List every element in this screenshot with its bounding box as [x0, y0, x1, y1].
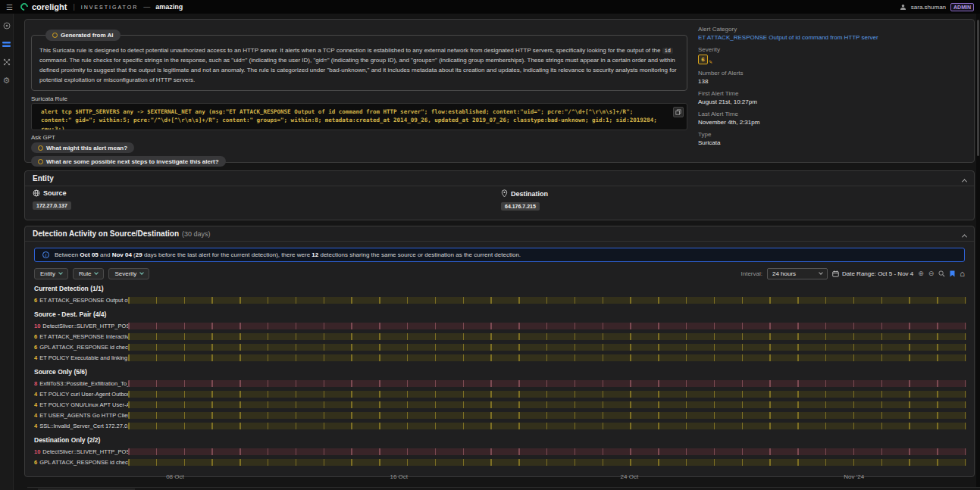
- timeline-bar[interactable]: [128, 323, 966, 329]
- timeline-bar[interactable]: [128, 380, 966, 387]
- timeline-bar[interactable]: [128, 448, 966, 455]
- field-label: First Alert Time: [698, 90, 968, 97]
- group-header: Source Only (5/6): [34, 368, 966, 376]
- source-label: Source: [43, 189, 67, 197]
- severity-filter-dropdown[interactable]: Severity: [108, 268, 149, 279]
- group-header: Destination Only (2/2): [34, 436, 966, 444]
- generated-from-ai-badge: Generated from AI: [45, 30, 121, 41]
- alerts-icon[interactable]: [2, 39, 11, 48]
- collapse-chevron-icon[interactable]: [963, 172, 966, 186]
- detection-row: 4SSL::Invalid_Server_Cert 172.27.0.137 .…: [34, 421, 966, 431]
- left-nav-sidebar: ⚙: [0, 14, 14, 490]
- scrollbar-thumb[interactable]: [977, 20, 979, 156]
- detection-name[interactable]: ET ATTACK_RESPONSE Interactive Rever...: [39, 333, 128, 340]
- detection-name[interactable]: ExfilToS3::Possible_Exfiltration_To_A...: [39, 380, 128, 387]
- detection-name[interactable]: GPL ATTACK_RESPONSE id check return...: [39, 344, 128, 351]
- detection-name[interactable]: DetectSliver::SLIVER_HTTP_POST Sour...: [42, 323, 128, 329]
- product-name: INVESTIGATOR: [81, 5, 138, 10]
- interval-label: Interval:: [741, 270, 762, 277]
- severity-number: 10: [34, 448, 40, 455]
- hamburger-menu-icon[interactable]: ☰: [6, 3, 13, 11]
- gpt-question-label: What might this alert mean?: [46, 145, 127, 151]
- detection-row: 6GPL ATTACK_RESPONSE id check return...: [34, 457, 966, 467]
- rule-text: alert tcp $HTTP_SERVERS any -> $EXTERNAL…: [41, 108, 657, 130]
- axis-tick-label: 24 Oct: [621, 473, 639, 480]
- detection-row: 6GPL ATTACK_RESPONSE id check return...: [34, 342, 966, 352]
- detection-name[interactable]: GPL ATTACK_RESPONSE id check return...: [39, 459, 128, 466]
- timeline-bar[interactable]: [128, 401, 966, 408]
- field-label: Last Alert Time: [698, 111, 968, 117]
- severity-number: 4: [34, 354, 37, 361]
- zoom-in-icon[interactable]: ⊕: [918, 270, 924, 277]
- detection-name[interactable]: ET POLICY Executable and linking forma..…: [39, 354, 128, 361]
- ai-summary-text: This Suricata rule is designed to detect…: [39, 46, 679, 86]
- timeline-bar[interactable]: [128, 459, 966, 466]
- axis-tick-label: 08 Oct: [166, 473, 184, 480]
- detection-name[interactable]: ET POLICY curl User-Agent Outbound 1...: [39, 391, 128, 398]
- info-banner: i Between Oct 05 and Nov 04 (29 days bef…: [34, 248, 965, 262]
- timeline-bar[interactable]: [128, 297, 966, 304]
- timeline-bar[interactable]: [128, 412, 966, 419]
- hunt-icon[interactable]: [2, 58, 11, 67]
- chevron-down-icon: [95, 270, 99, 275]
- bookmark-icon[interactable]: [950, 270, 955, 277]
- edit-pencil-icon[interactable]: ✎: [709, 60, 712, 64]
- detection-activity-card: Detection Activity on Source/Destination…: [24, 226, 975, 477]
- detection-name[interactable]: ET USER_AGENTS Go HTTP Client User-...: [39, 412, 128, 419]
- vertical-scrollbar[interactable]: [976, 14, 980, 490]
- timeline-bar[interactable]: [128, 333, 966, 340]
- suricata-rule-code: alert tcp $HTTP_SERVERS any -> $EXTERNAL…: [31, 103, 687, 130]
- workspace-name: amazing: [155, 3, 183, 11]
- alert-summary-card: Generated from AI This Suricata rule is …: [24, 19, 975, 163]
- gpt-question-button[interactable]: What might this alert mean?: [31, 142, 134, 153]
- detection-name[interactable]: ET POLICY GNU/Linux APT User-Agent O...: [39, 401, 128, 408]
- summary-post: command. The rule checks for specific st…: [39, 57, 677, 83]
- detection-name[interactable]: SSL::Invalid_Server_Cert 172.27.0.137 ..…: [39, 423, 128, 429]
- alert-category-link[interactable]: ET ATTACK_RESPONSE Output of id command …: [698, 34, 968, 41]
- detection-name[interactable]: DetectSliver::SLIVER_HTTP_POST 64...: [42, 448, 128, 455]
- detection-activity-title: Detection Activity on Source/Destination: [33, 229, 179, 238]
- settings-gear-icon[interactable]: ⚙: [2, 76, 11, 85]
- copy-button[interactable]: [673, 107, 684, 117]
- interval-select[interactable]: 24 hours: [767, 268, 828, 279]
- alert-type-value: Suricata: [698, 139, 968, 146]
- first-alert-time-value: August 21st, 10:27pm: [698, 98, 968, 105]
- filter-toolbar: Entity Rule Severity Interval: 24 hours …: [34, 267, 965, 279]
- timeline-bar[interactable]: [128, 354, 966, 361]
- entity-card: Entity Source 172.27.0.137 Destinatio: [24, 170, 975, 220]
- radar-icon[interactable]: [2, 21, 11, 30]
- globe-icon: [33, 189, 40, 197]
- topbar-dash: —: [143, 3, 150, 11]
- gpt-question-label: What are some possible next steps to inv…: [46, 158, 219, 165]
- timeline-bar[interactable]: [128, 423, 966, 429]
- zoom-out-icon[interactable]: ⊖: [928, 270, 935, 277]
- search-icon[interactable]: [938, 270, 945, 277]
- axis-tick-label: Nov '24: [844, 473, 864, 480]
- main-content: Generated from AI This Suricata rule is …: [14, 14, 980, 490]
- sparkle-icon: [52, 33, 58, 38]
- chevron-down-icon: [819, 270, 823, 275]
- severity-number: 4: [34, 412, 37, 419]
- gpt-question-button[interactable]: What are some possible next steps to inv…: [31, 156, 226, 167]
- severity-number: 6: [34, 297, 37, 304]
- detection-row: 4ET POLICY Executable and linking forma.…: [34, 353, 966, 363]
- home-icon[interactable]: ⌂: [960, 270, 965, 278]
- timeline-bar[interactable]: [128, 344, 966, 351]
- ai-badge-label: Generated from AI: [61, 32, 114, 39]
- rule-filter-dropdown[interactable]: Rule: [73, 268, 104, 279]
- axis-tick-label: 16 Oct: [390, 473, 408, 480]
- source-ip-tag[interactable]: 172.27.0.137: [33, 201, 71, 210]
- severity-badge[interactable]: 6: [698, 55, 708, 64]
- detection-row: 6ET ATTACK_RESPONSE Output of id c...: [34, 295, 966, 305]
- detection-name[interactable]: ET ATTACK_RESPONSE Output of id c...: [39, 297, 128, 304]
- banner-text: Between Oct 05 and Nov 04 (29 days befor…: [55, 251, 521, 258]
- username[interactable]: sara.shuman: [911, 4, 946, 11]
- timeline-bar[interactable]: [128, 391, 966, 398]
- severity-number: 4: [34, 423, 37, 429]
- ask-gpt-label: Ask GPT: [31, 134, 55, 141]
- collapse-chevron-icon[interactable]: [963, 227, 966, 241]
- destination-ip-tag[interactable]: 64.176.7.215: [501, 202, 540, 211]
- inline-code-id: id: [662, 48, 673, 54]
- entity-filter-dropdown[interactable]: Entity: [34, 268, 68, 279]
- date-range[interactable]: Date Range: Oct 5 - Nov 4: [832, 270, 913, 277]
